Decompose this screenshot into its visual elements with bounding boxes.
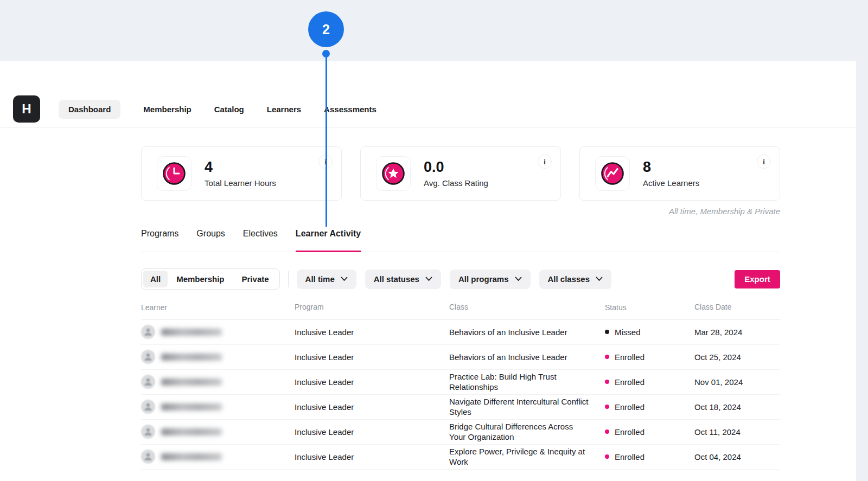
tab-groups[interactable]: Groups [196,229,225,252]
status-cell: Enrolled [605,427,694,437]
brand-logo[interactable]: H [13,95,40,123]
status-dot [605,454,609,459]
learner-cell [141,350,295,364]
dashboard-content: 4 Total Learner Hours i 0.0 Avg. Class R… [141,146,780,470]
stats-scope-caption: All time, Membership & Private [141,207,780,216]
trend-up-icon [595,156,630,191]
chevron-down-icon [515,277,522,281]
tab-learner-activity[interactable]: Learner Activity [296,229,361,252]
stat-cards: 4 Total Learner Hours i 0.0 Avg. Class R… [141,146,780,201]
person-icon [143,327,153,337]
filter-divider [288,271,289,287]
stat-card-text: 8 Active Learners [643,159,699,188]
status-cell: Enrolled [605,352,694,362]
nav-item-catalog[interactable]: Catalog [214,100,244,119]
stat-label: Total Learner Hours [205,178,276,188]
step-marker-balloon: 2 [308,11,344,47]
table-row: Inclusive Leader Behaviors of an Inclusi… [141,345,780,370]
filter-dropdown-all-programs[interactable]: All programs [450,270,531,289]
class-date-cell: Oct 11, 2024 [694,427,780,437]
table-header: Learner Program Class Status Class Date [141,303,780,320]
status-dot [605,355,609,359]
class-cell: Behaviors of an Inclusive Leader [449,352,605,362]
segmented-option-private[interactable]: Private [233,271,278,287]
program-cell: Inclusive Leader [295,328,449,337]
sub-tabs: ProgramsGroupsElectivesLearner Activity [141,229,780,252]
learner-name-blurred [161,354,222,361]
learner-cell [141,425,295,439]
class-cell: Explore Power, Privilege & Inequity at W… [449,446,605,467]
status-dot [605,405,609,409]
learner-name-blurred [161,379,222,386]
info-icon[interactable]: i [538,155,552,169]
class-date-cell: Oct 25, 2024 [694,352,780,362]
table-row: Inclusive Leader Bridge Cultural Differe… [141,420,780,445]
avatar [141,450,155,464]
class-date-cell: Nov 01, 2024 [694,377,780,387]
filter-dropdown-all-statuses[interactable]: All statuses [365,270,441,289]
learner-cell [141,375,295,389]
status-cell: Missed [605,328,694,337]
avatar [141,400,155,414]
person-icon [143,427,153,437]
table-row: Inclusive Leader Navigate Different Inte… [141,395,780,420]
status-text: Enrolled [615,427,644,437]
nav-item-membership[interactable]: Membership [143,100,191,119]
class-date-cell: Oct 04, 2024 [694,452,780,461]
table-row: Inclusive Leader Behaviors of an Inclusi… [141,320,780,345]
learner-cell [141,325,295,339]
learner-name-blurred [161,428,222,435]
program-cell: Inclusive Leader [295,352,449,362]
learner-name-blurred [161,329,222,336]
avatar [141,325,155,339]
stat-label: Active Learners [643,178,699,188]
segmented-option-membership[interactable]: Membership [168,271,233,287]
filter-dropdowns: All time All statuses All programs All c… [297,270,611,289]
stat-value: 8 [643,159,699,176]
person-icon [143,402,153,412]
class-cell: Practice Lab: Build High Trust Relations… [449,371,605,392]
learner-name-blurred [161,453,222,460]
segmented-option-all[interactable]: All [143,271,168,287]
stat-card-text: 0.0 Avg. Class Rating [424,159,488,188]
status-text: Enrolled [615,377,644,387]
nav-divider [0,127,856,128]
person-icon [143,352,153,362]
status-text: Missed [615,328,641,337]
tab-programs[interactable]: Programs [141,229,178,252]
stat-card-text: 4 Total Learner Hours [205,159,276,188]
filter-dropdown-all-time[interactable]: All time [297,270,356,289]
dropdown-label: All classes [548,274,590,284]
table-row: Inclusive Leader Practice Lab: Build Hig… [141,370,780,395]
stat-card-avg-class-rating: 0.0 Avg. Class Rating i [360,146,561,201]
avatar [141,350,155,364]
column-header-status: Status [605,303,694,312]
column-header-class-date: Class Date [694,303,780,312]
table-body: Inclusive Leader Behaviors of an Inclusi… [141,320,780,470]
status-dot [605,429,609,434]
program-cell: Inclusive Leader [295,377,449,387]
dropdown-label: All statuses [374,274,419,284]
nav-item-dashboard[interactable]: Dashboard [59,100,120,119]
status-cell: Enrolled [605,452,694,461]
export-button[interactable]: Export [735,270,780,288]
status-dot [605,380,609,384]
filter-dropdown-all-classes[interactable]: All classes [539,270,612,289]
scope-segmented-control: AllMembershipPrivate [141,268,280,290]
avatar [141,425,155,439]
step-pointer-line [326,55,327,227]
status-text: Enrolled [615,402,644,412]
status-text: Enrolled [615,452,644,461]
class-date-cell: Oct 18, 2024 [694,402,780,412]
status-cell: Enrolled [605,377,694,387]
learner-cell [141,450,295,464]
dropdown-label: All time [305,274,335,284]
learner-cell [141,400,295,414]
class-date-cell: Mar 28, 2024 [694,328,780,337]
column-header-class: Class [449,303,605,312]
info-icon[interactable]: i [757,155,771,169]
nav-item-assessments[interactable]: Assessments [324,100,376,119]
tab-electives[interactable]: Electives [243,229,278,252]
class-cell: Bridge Cultural Differences Across Your … [449,421,605,442]
nav-item-learners[interactable]: Learners [267,100,301,119]
